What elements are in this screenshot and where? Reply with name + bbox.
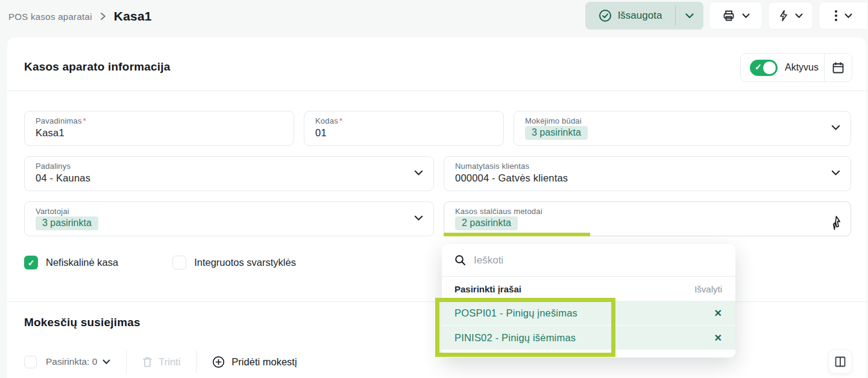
selected-count-label: Pasirinkta: 0	[46, 356, 97, 367]
kebab-menu-icon	[834, 9, 838, 22]
calendar-icon	[832, 61, 844, 74]
default-client-select[interactable]: Numatytasis klientas 000004 - Gatvės kli…	[444, 156, 851, 191]
users-count-chip: 3 pasirinkta	[36, 216, 98, 230]
check-circle-icon	[599, 9, 612, 22]
top-bar: POS kasos aparatai Kasa1 Išsaugota	[0, 0, 868, 37]
code-field[interactable]: Kodas* 01	[304, 111, 504, 146]
section-divider	[7, 90, 866, 91]
active-toggle[interactable]: ✓ Aktyvus	[741, 60, 824, 76]
integrated-scales-label: Integruotos svarstyklės	[194, 257, 296, 268]
more-options-button[interactable]	[819, 2, 868, 30]
chevron-down-icon	[844, 13, 852, 19]
department-label: Padalinys	[36, 162, 423, 171]
delete-button[interactable]: Trinti	[142, 356, 180, 368]
active-toggle-label: Aktyvus	[785, 62, 819, 73]
delete-button-label: Trinti	[159, 356, 180, 368]
printer-icon	[722, 9, 735, 22]
divider	[126, 350, 127, 373]
non-fiscal-register-checkbox[interactable]: ✓ Nefiskalinė kasa	[24, 256, 118, 269]
cash-drawer-methods-count-chip: 2 pasirinkta	[455, 216, 518, 230]
mouse-cursor	[832, 215, 844, 231]
breadcrumb: POS kasos aparatai Kasa1	[8, 0, 152, 33]
code-field-label: Kodas	[315, 116, 338, 125]
lightning-icon	[779, 10, 788, 22]
default-client-label: Numatytasis klientas	[455, 162, 840, 171]
saved-status-button[interactable]: Išsaugota	[585, 2, 675, 30]
name-field[interactable]: Pavadinimas* Kasa1	[24, 111, 294, 146]
taxes-section-title: Mokesčių susiejimas	[24, 316, 140, 329]
name-field-value: Kasa1	[36, 127, 283, 139]
register-info-card: Kasos aparato informacija ✓ Aktyvus Pava…	[7, 37, 866, 378]
clear-all-button[interactable]: Išvalyti	[694, 284, 722, 294]
highlight-box-annotation	[435, 298, 615, 357]
chevron-down-icon	[795, 13, 803, 19]
remove-entry-icon[interactable]: ✕	[714, 332, 722, 344]
actions-menu-button[interactable]	[768, 2, 813, 30]
page-title: Kasa1	[114, 9, 152, 24]
highlight-underline-annotation	[444, 233, 590, 236]
schedule-button[interactable]	[825, 54, 852, 81]
print-menu-button[interactable]	[709, 2, 763, 30]
remove-entry-icon[interactable]: ✕	[714, 307, 722, 319]
default-client-value: 000004 - Gatvės klientas	[455, 172, 840, 184]
active-toggle-container: ✓ Aktyvus	[740, 53, 852, 82]
trash-icon	[142, 356, 153, 368]
divider	[196, 350, 197, 373]
chevron-down-icon	[831, 125, 840, 131]
checkbox-row: ✓ Nefiskalinė kasa Integruotos svarstykl…	[24, 256, 296, 269]
chevron-down-icon	[414, 215, 423, 221]
non-fiscal-register-label: Nefiskalinė kasa	[46, 257, 118, 268]
users-label: Vartotojai	[36, 207, 423, 216]
payment-methods-select[interactable]: Mokėjimo būdai 3 pasirinkta	[514, 111, 851, 146]
column-settings-button[interactable]	[828, 350, 852, 374]
chevron-down-icon	[102, 359, 110, 365]
department-select[interactable]: Padalinys 04 - Kaunas	[24, 156, 434, 191]
required-asterisk: *	[339, 116, 342, 125]
taxes-toolbar: Pasirinkta: 0 Trinti Pridėti mokestį	[24, 351, 297, 373]
columns-icon	[834, 355, 847, 368]
toggle-on-icon[interactable]: ✓	[750, 60, 778, 76]
dropdown-search[interactable]: Ieškoti	[442, 244, 735, 277]
breadcrumb-parent-link[interactable]: POS kasos aparatai	[8, 11, 92, 22]
payment-methods-count-chip: 3 pasirinkta	[525, 126, 588, 140]
dropdown-selected-header: Pasirinkti įrašai Išvalyti	[442, 277, 735, 301]
search-icon	[454, 254, 466, 266]
cash-drawer-methods-label: Kasos stalčiaus metodai	[455, 207, 840, 216]
plus-circle-icon	[212, 356, 225, 368]
top-action-buttons: Išsaugota	[585, 2, 868, 30]
search-placeholder: Ieškoti	[474, 254, 503, 266]
cash-drawer-methods-select[interactable]: Kasos stalčiaus metodai 2 pasirinkta	[444, 201, 851, 236]
department-value: 04 - Kaunas	[36, 172, 423, 184]
name-field-label: Pavadinimas	[36, 116, 82, 125]
add-tax-button[interactable]: Pridėti mokestį	[212, 356, 297, 368]
saved-status-split-button[interactable]: Išsaugota	[585, 2, 703, 30]
selected-count-dropdown[interactable]: Pasirinkta: 0	[46, 356, 110, 367]
chevron-down-icon	[414, 170, 423, 176]
users-select[interactable]: Vartotojai 3 pasirinkta	[24, 201, 434, 236]
required-asterisk: *	[83, 116, 86, 125]
saved-dropdown-toggle[interactable]	[676, 2, 703, 30]
integrated-scales-checkbox[interactable]: Integruotos svarstyklės	[172, 256, 296, 269]
checkbox-unchecked-icon[interactable]	[172, 256, 186, 269]
info-section-title: Kasos aparato informacija	[24, 60, 171, 74]
chevron-down-icon	[685, 13, 694, 19]
breadcrumb-chevron-icon	[99, 12, 107, 20]
selected-entries-heading: Pasirinkti įrašai	[454, 284, 521, 294]
chevron-down-icon	[742, 13, 750, 19]
select-all-checkbox[interactable]	[24, 356, 37, 368]
add-tax-label: Pridėti mokestį	[231, 356, 297, 368]
code-field-value: 01	[315, 127, 492, 139]
saved-status-label: Išsaugota	[618, 10, 662, 22]
checkbox-checked-icon[interactable]: ✓	[24, 256, 38, 269]
payment-methods-label: Mokėjimo būdai	[525, 116, 840, 125]
chevron-down-icon	[831, 170, 840, 176]
